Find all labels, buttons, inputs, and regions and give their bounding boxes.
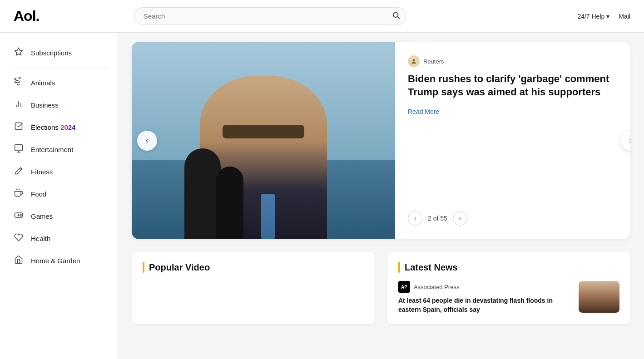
main-layout: Subscriptions Animals (0, 33, 644, 359)
sidebar: Subscriptions Animals (0, 33, 118, 359)
main-card: ‹ Reuters Biden rushes to clarify ' (132, 42, 630, 239)
pagination-text: 2 of 55 (428, 215, 447, 222)
pagination-next-button[interactable]: › (453, 211, 467, 226)
sidebar-item-elections[interactable]: Elections 2024 (0, 116, 118, 138)
svg-rect-6 (15, 123, 22, 130)
popular-video-bar (143, 262, 144, 273)
card-headline: Biden rushes to clarify 'garbage' commen… (408, 73, 618, 98)
star-icon (14, 47, 24, 59)
animals-icon (14, 77, 24, 89)
source-name: Reuters (423, 58, 444, 65)
sidebar-item-business[interactable]: Business (0, 94, 118, 116)
search-bar (134, 7, 406, 25)
aol-logo: Aol. (14, 8, 39, 25)
pagination-prev-button[interactable]: ‹ (408, 211, 422, 226)
svg-line-1 (397, 16, 399, 18)
popular-video-header: Popular Video (143, 262, 364, 273)
sidebar-item-health[interactable]: Health (0, 227, 118, 250)
microphone-1 (184, 148, 221, 239)
news-source-row: AP Associated Press (398, 281, 572, 293)
glasses (223, 125, 304, 138)
svg-point-16 (20, 214, 21, 215)
home-garden-icon (14, 255, 24, 266)
sidebar-label-health: Health (31, 235, 50, 242)
sidebar-divider (11, 68, 107, 68)
help-link[interactable]: 24/7 Help ▾ (577, 13, 609, 20)
sidebar-item-animals[interactable]: Animals (0, 72, 118, 94)
read-more-link[interactable]: Read More (408, 108, 439, 115)
business-icon (14, 99, 24, 111)
search-button[interactable] (392, 11, 400, 21)
mail-link[interactable]: Mail (619, 13, 630, 20)
latest-news-bar (398, 262, 400, 273)
news-item: AP Associated Press At least 64 people d… (398, 281, 619, 314)
content-area: ‹ Reuters Biden rushes to clarify ' (118, 33, 644, 359)
sidebar-item-games[interactable]: Games (0, 205, 118, 227)
header-right: 24/7 Help ▾ Mail (577, 13, 630, 20)
sidebar-label-subscriptions: Subscriptions (31, 49, 72, 57)
sidebar-label-games: Games (31, 212, 53, 220)
sidebar-item-home-garden[interactable]: Home & Garden (0, 250, 118, 272)
latest-news-header: Latest News (398, 262, 619, 273)
card-source: Reuters (408, 55, 618, 67)
microphone-2 (216, 167, 243, 239)
news-thumb-image (579, 281, 619, 313)
health-icon (14, 233, 24, 244)
svg-point-17 (20, 216, 21, 216)
chevron-down-icon: ▾ (606, 13, 609, 20)
search-input[interactable] (134, 7, 406, 25)
sidebar-label-business: Business (31, 101, 59, 109)
sidebar-label-home-garden: Home & Garden (31, 257, 80, 265)
sidebar-label-fitness: Fitness (31, 168, 53, 176)
sidebar-item-entertainment[interactable]: Entertainment (0, 138, 118, 161)
news-headline[interactable]: At least 64 people die in devastating fl… (398, 296, 572, 314)
main-card-content: Reuters Biden rushes to clarify 'garbage… (395, 42, 630, 239)
source-avatar (408, 55, 420, 67)
svg-rect-7 (15, 145, 23, 151)
sidebar-item-fitness[interactable]: Fitness (0, 161, 118, 183)
fitness-icon (14, 166, 24, 177)
sidebar-label-animals: Animals (31, 79, 55, 87)
ap-logo: AP (398, 281, 410, 293)
svg-marker-2 (15, 48, 23, 55)
main-card-image-container: ‹ (132, 42, 395, 239)
sidebar-label-elections: Elections 2024 (31, 123, 75, 131)
tie (261, 194, 275, 239)
sidebar-label-entertainment: Entertainment (31, 146, 73, 153)
games-icon (14, 211, 24, 222)
card-pagination: ‹ 2 of 55 › (408, 211, 618, 226)
sidebar-item-subscriptions[interactable]: Subscriptions (0, 42, 118, 64)
elections-icon (14, 122, 24, 133)
bottom-sections: Popular Video Latest News AP Associated … (132, 252, 630, 324)
latest-news-section: Latest News AP Associated Press At least… (387, 252, 630, 324)
prev-slide-button[interactable]: ‹ (137, 131, 157, 151)
svg-point-18 (413, 59, 415, 61)
sidebar-label-food: Food (31, 190, 46, 198)
sidebar-item-food[interactable]: Food (0, 183, 118, 205)
news-thumbnail (579, 281, 619, 313)
news-source-name: Associated Press (414, 284, 459, 290)
latest-news-title: Latest News (405, 262, 458, 273)
main-card-image (132, 42, 395, 239)
news-item-text: AP Associated Press At least 64 people d… (398, 281, 572, 314)
food-icon (14, 188, 24, 200)
entertainment-icon (14, 144, 24, 155)
popular-video-section: Popular Video (132, 252, 375, 324)
header: Aol. 24/7 Help ▾ Mail (0, 0, 644, 33)
popular-video-title: Popular Video (149, 262, 210, 273)
